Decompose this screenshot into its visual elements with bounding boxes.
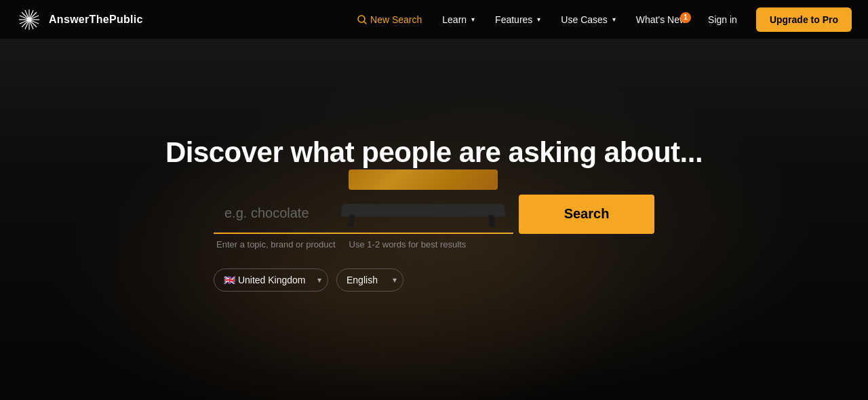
hint-topic: Enter a topic, brand or product xyxy=(216,239,336,249)
whats-new-label: What's New xyxy=(636,14,686,25)
search-row: Search xyxy=(214,195,654,234)
upgrade-button[interactable]: Upgrade to Pro xyxy=(756,7,852,32)
features-link[interactable]: Features ▾ xyxy=(487,9,549,31)
country-selector-wrapper: 🇬🇧 United Kingdom 🇺🇸 United States 🇦🇺 Au… xyxy=(214,268,328,292)
use-cases-chevron-icon: ▾ xyxy=(612,16,616,23)
search-input[interactable] xyxy=(214,195,513,234)
logo-icon xyxy=(16,7,42,33)
svg-line-18 xyxy=(364,22,366,24)
new-search-label: New Search xyxy=(370,14,422,25)
signin-label: Sign in xyxy=(708,14,737,25)
logo-link[interactable]: AnswerThePublic xyxy=(16,7,143,33)
features-chevron-icon: ▾ xyxy=(537,16,540,23)
use-cases-link[interactable]: Use Cases ▾ xyxy=(553,9,623,31)
new-search-link[interactable]: New Search xyxy=(349,9,430,31)
language-selector-wrapper: English French German Spanish Italian ▾ xyxy=(336,268,403,292)
brand-name: AnswerThePublic xyxy=(49,14,143,26)
use-cases-label: Use Cases xyxy=(561,14,607,25)
search-selectors: 🇬🇧 United Kingdom 🇺🇸 United States 🇦🇺 Au… xyxy=(214,268,654,292)
learn-chevron-icon: ▾ xyxy=(471,16,475,23)
language-selector[interactable]: English French German Spanish Italian xyxy=(336,268,403,292)
search-input-wrapper xyxy=(214,195,513,234)
navbar: AnswerThePublic New Search Learn ▾ Featu… xyxy=(0,0,868,39)
search-button[interactable]: Search xyxy=(519,195,654,234)
country-selector[interactable]: 🇬🇧 United Kingdom 🇺🇸 United States 🇦🇺 Au… xyxy=(214,268,328,292)
hero-title: Discover what people are asking about... xyxy=(165,136,703,169)
hero-content: Discover what people are asking about...… xyxy=(0,0,868,400)
svg-point-16 xyxy=(27,18,31,22)
learn-label: Learn xyxy=(442,14,467,25)
search-icon-nav xyxy=(357,15,367,24)
search-area: Search Enter a topic, brand or product U… xyxy=(214,195,654,292)
search-hints: Enter a topic, brand or product Use 1-2 … xyxy=(214,239,654,249)
features-label: Features xyxy=(495,14,532,25)
notification-badge: 1 xyxy=(680,12,691,23)
nav-links: New Search Learn ▾ Features ▾ Use Cases … xyxy=(349,7,852,32)
signin-link[interactable]: Sign in xyxy=(698,9,747,31)
whats-new-link[interactable]: What's New 1 xyxy=(628,9,694,31)
learn-link[interactable]: Learn ▾ xyxy=(434,9,483,31)
hint-words: Use 1-2 words for best results xyxy=(349,239,467,249)
hero-section: Discover what people are asking about...… xyxy=(0,0,868,400)
